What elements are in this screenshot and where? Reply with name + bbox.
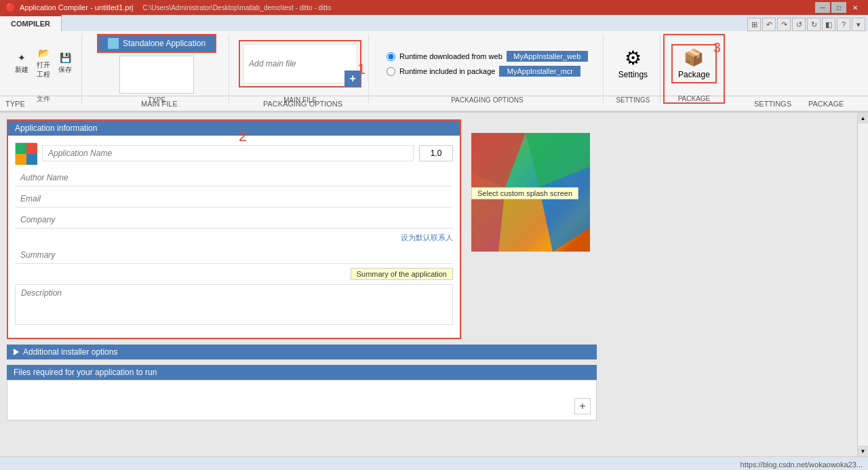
add-file-button[interactable]: + (574, 398, 591, 414)
maximize-button[interactable]: □ (831, 2, 846, 13)
package-group: 3 📦 Package PACKAGE (663, 34, 725, 104)
toolbar-right: ⊞ ↶ ↷ ↺ ↻ ◧ ? ▾ (745, 18, 868, 31)
author-input[interactable] (15, 170, 453, 187)
version-input[interactable]: 1.0 (419, 145, 453, 161)
author-row (15, 170, 453, 187)
email-input[interactable] (15, 191, 453, 208)
settings-button[interactable]: Settings (613, 45, 653, 82)
standalone-app-button[interactable]: Standalone Application (97, 34, 216, 53)
summary-tooltip: Summary of the application (351, 268, 453, 280)
runtime-package-radio[interactable] (387, 67, 395, 76)
mainfile-group-btns: + 1 (239, 34, 361, 94)
main-area: Application information (0, 113, 868, 456)
settings-group: Settings SETTINGS (606, 34, 660, 104)
toolbar-icon-help[interactable]: ? (837, 18, 850, 31)
file-group-btns: ✦ 新建 📂 打开 工程 💾 保存 (12, 34, 75, 92)
toolbar-icon-dropdown[interactable]: ▾ (852, 18, 865, 31)
new-icon: ✦ (15, 51, 28, 64)
runtime-web-value: MyAppInstaller_web (507, 51, 588, 62)
app-info-content: 1.0 设为默认联系人 Su (8, 136, 460, 338)
description-row (15, 284, 453, 327)
compiler-tab[interactable]: COMPILER (0, 15, 62, 31)
content-wrapper: Application information (7, 119, 850, 420)
company-input[interactable] (15, 212, 453, 229)
svg-rect-2 (16, 154, 26, 165)
file-group: ✦ 新建 📂 打开 工程 💾 保存 文件 (5, 34, 82, 104)
type-group: Standalone Application TYPE (85, 34, 229, 104)
titlebar-left: 🔴 Application Compiler - untitled1.prj C… (5, 3, 331, 12)
toolbar-icon-6[interactable]: ◧ (822, 18, 835, 31)
description-input[interactable] (15, 284, 453, 325)
mainfile-group-label: MAIN FILE (283, 95, 317, 104)
app-name-row: 1.0 (15, 142, 453, 164)
package-label: Package (678, 70, 710, 79)
mainfile-add-button[interactable]: + (344, 71, 361, 87)
type-btn-icon (108, 38, 119, 49)
app-icon-placeholder (15, 142, 37, 164)
splash-area: Select custom splash screen (471, 133, 590, 252)
default-contact-link[interactable]: 设为默认联系人 (401, 233, 453, 241)
open-button[interactable]: 📂 打开 工程 (34, 45, 53, 81)
step-3-label: 3 (713, 40, 721, 56)
content-panel: Application information (0, 113, 857, 456)
package-button[interactable]: 3 📦 Package (671, 44, 717, 83)
package-group-btns: 3 📦 Package (671, 35, 717, 92)
settings-col-label: SETTINGS (754, 100, 808, 108)
mainfile-input[interactable] (243, 44, 357, 83)
toolbar-icon-4[interactable]: ↺ (792, 18, 806, 31)
titlebar-title: Application Compiler - untitled1.prj (20, 3, 134, 12)
titlebar-subtitle: C:\Users\Administrator\Desktop\matlab_de… (143, 4, 332, 12)
settings-label: Settings (618, 70, 648, 79)
packaging-section: Runtime downloaded from web MyAppInstall… (378, 48, 596, 79)
runtime-package-label: Runtime included in package (399, 67, 495, 75)
splash-tooltip: Select custom splash screen (471, 187, 578, 199)
mainfile-section: + 1 (239, 40, 361, 87)
summary-input[interactable] (15, 247, 453, 264)
ribbon-tabs: COMPILER ⊞ ↶ ↷ ↺ ↻ ◧ ? ▾ (0, 15, 868, 31)
titlebar: 🔴 Application Compiler - untitled1.prj C… (0, 0, 868, 15)
toolbar-icon-2[interactable]: ↶ (762, 18, 776, 31)
email-row (15, 191, 453, 208)
package-col-label: PACKAGE (808, 100, 863, 108)
company-row (15, 212, 453, 229)
package-icon: 📦 (684, 48, 703, 67)
default-contact-row: 设为默认联系人 (15, 233, 453, 243)
open-icon: 📂 (37, 46, 50, 60)
app-info-header: Application information (8, 121, 460, 136)
scrollbar-up[interactable]: ▲ (858, 113, 869, 123)
triangle-icon (14, 349, 19, 355)
type-preview (119, 56, 194, 94)
toolbar-icon-1[interactable]: ⊞ (747, 18, 761, 31)
runtime-package-value: MyAppInstaller_mcr (499, 66, 580, 77)
app-icon: 🔴 (5, 3, 16, 12)
statusbar: https://blog.csdn.net/wokaowoka23... (0, 456, 868, 470)
files-section-content: + (7, 380, 597, 420)
titlebar-controls: ─ □ ✕ (815, 2, 863, 13)
toolbar-icon-5[interactable]: ↻ (807, 18, 821, 31)
right-scrollbar: ▲ ▼ (857, 113, 868, 456)
toolbar-icon-3[interactable]: ↷ (777, 18, 791, 31)
runtime-package-row: Runtime included in package MyAppInstall… (387, 66, 588, 77)
app-name-input[interactable] (42, 145, 414, 161)
new-button[interactable]: ✦ 新建 (12, 50, 31, 76)
minimize-button[interactable]: ─ (815, 2, 830, 13)
runtime-web-radio[interactable] (387, 52, 395, 61)
runtime-web-row: Runtime downloaded from web MyAppInstall… (387, 51, 588, 62)
ribbon-content: ✦ 新建 📂 打开 工程 💾 保存 文件 S (0, 31, 868, 106)
files-section-header: Files required for your application to r… (7, 365, 597, 380)
packaging-group: Runtime downloaded from web MyAppInstall… (372, 34, 604, 104)
close-button[interactable]: ✕ (848, 2, 863, 13)
svg-rect-3 (26, 154, 37, 165)
save-button[interactable]: 💾 保存 (56, 50, 75, 76)
gear-icon (623, 48, 642, 67)
svg-rect-1 (26, 143, 37, 154)
scrollbar-down[interactable]: ▼ (858, 446, 869, 456)
type-group-btns: Standalone Application (92, 34, 222, 94)
additional-section[interactable]: Additional installer options (7, 345, 597, 359)
app-info-section: Application information (7, 119, 461, 339)
splash-image[interactable]: Select custom splash screen (471, 133, 590, 252)
svg-rect-0 (16, 143, 26, 154)
mainfile-group: + 1 MAIN FILE (232, 34, 369, 104)
package-group-label: PACKAGE (678, 94, 711, 102)
type-section: Standalone Application (92, 34, 222, 94)
